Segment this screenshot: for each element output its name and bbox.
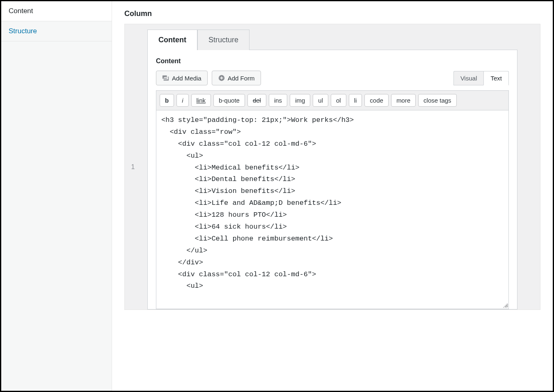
- qt-del[interactable]: del: [247, 94, 266, 107]
- inner-tabs: Content Structure: [147, 29, 517, 50]
- qt-blockquote[interactable]: b-quote: [213, 94, 245, 107]
- qt-link[interactable]: link: [191, 94, 211, 107]
- add-media-label: Add Media: [172, 75, 201, 82]
- qt-li[interactable]: li: [349, 94, 362, 107]
- row-panel: 1 Content Structure Content: [124, 24, 540, 310]
- qt-ul[interactable]: ul: [313, 94, 328, 107]
- media-buttons: Add Media Add Form: [156, 71, 261, 85]
- qt-ol[interactable]: ol: [331, 94, 346, 107]
- add-form-button[interactable]: Add Form: [212, 71, 261, 85]
- qt-italic[interactable]: i: [176, 94, 188, 107]
- section-title: Column: [112, 1, 553, 24]
- inner-tab-content[interactable]: Content: [147, 30, 197, 50]
- add-form-label: Add Form: [228, 75, 255, 82]
- mode-tab-visual[interactable]: Visual: [453, 71, 484, 85]
- inner-tab-structure[interactable]: Structure: [197, 30, 250, 50]
- main-area: Column 1 Content Structure Content: [112, 1, 553, 391]
- form-icon: [218, 74, 225, 82]
- qt-ins[interactable]: ins: [269, 94, 287, 107]
- content-label: Content: [156, 57, 509, 65]
- left-sidebar: Content Structure: [1, 1, 112, 391]
- mode-tab-text[interactable]: Text: [483, 71, 509, 85]
- row-number: 1: [125, 24, 141, 309]
- left-tab-structure[interactable]: Structure: [1, 21, 112, 41]
- qt-more[interactable]: more: [391, 94, 416, 107]
- qt-bold[interactable]: b: [160, 94, 174, 107]
- editor-area: [156, 110, 509, 309]
- editor-frame: Content Structure Column 1 Content Struc…: [0, 0, 554, 392]
- qt-code[interactable]: code: [364, 94, 389, 107]
- qt-close-tags[interactable]: close tags: [418, 94, 457, 107]
- content-textarea[interactable]: [156, 110, 508, 307]
- media-row: Add Media Add Form Visual Text: [156, 71, 509, 85]
- media-icon: [162, 74, 169, 82]
- left-tab-content[interactable]: Content: [1, 1, 112, 21]
- panel-inner: Content Structure Content Add Media: [147, 29, 517, 309]
- content-box: Content Add Media: [147, 50, 517, 309]
- add-media-button[interactable]: Add Media: [156, 71, 208, 85]
- qt-img[interactable]: img: [290, 94, 310, 107]
- mode-tabs: Visual Text: [453, 71, 509, 85]
- quicktags-toolbar: b i link b-quote del ins img ul ol li co…: [156, 90, 509, 110]
